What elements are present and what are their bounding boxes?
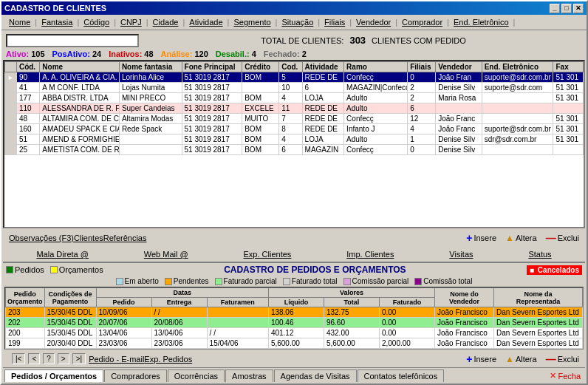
orders-altera-btn[interactable]: ▲ Altera bbox=[505, 354, 537, 364]
web-mail-link[interactable]: Web Mail @ bbox=[144, 250, 188, 259]
exclui-btn[interactable]: — Exclui bbox=[546, 232, 579, 244]
col-nome[interactable]: Nome bbox=[40, 62, 120, 72]
minimize-button[interactable]: _ bbox=[550, 4, 560, 13]
cell-fax bbox=[553, 145, 584, 155]
menu-comprador[interactable]: Comprador bbox=[397, 16, 447, 28]
customer-table: Cód. Nome Nome fantasia Fone Principal C… bbox=[4, 61, 584, 155]
o-col-d-faturamen[interactable]: Faturamen bbox=[207, 298, 268, 307]
menu-cnpj[interactable]: CNPJ bbox=[116, 16, 146, 28]
table-row[interactable]: 160 AMADEU SPACK E CIA LT Rede Spack 51 … bbox=[5, 124, 584, 134]
menu-nome[interactable]: Nome bbox=[4, 16, 35, 28]
nav-page[interactable]: ? bbox=[43, 353, 55, 364]
inativos-label: Inativos: bbox=[109, 50, 142, 58]
tab-amostras[interactable]: Amostras bbox=[225, 369, 273, 382]
table-row[interactable]: 48 ALTAMIRA COM. DE CONF Altamira Modas … bbox=[5, 114, 584, 124]
cell-vendedor: João Franc bbox=[436, 124, 482, 134]
col-filiais[interactable]: Filiais bbox=[408, 62, 436, 72]
menu-atividade[interactable]: Atividade bbox=[185, 16, 227, 28]
nav-next[interactable]: > bbox=[58, 353, 69, 364]
table-row[interactable]: 110 ALESSANDRA DE R. FERR Super Candeias… bbox=[5, 103, 584, 114]
fecha-btn[interactable]: ✕ Fecha bbox=[550, 371, 581, 381]
menu-situacao[interactable]: Situação bbox=[277, 16, 318, 28]
col-fone[interactable]: Fone Principal bbox=[182, 62, 242, 72]
stat-inativos: Inativos: 48 bbox=[109, 50, 153, 58]
col-vendedor[interactable]: Vendedor bbox=[436, 62, 482, 72]
nav-prev[interactable]: < bbox=[28, 353, 40, 364]
table-row[interactable]: ► 90 A. A. OLIVEIRA & CIA. S/A Lorinha A… bbox=[5, 72, 584, 83]
col-ramo[interactable]: Ramo bbox=[344, 62, 408, 72]
search-input[interactable] bbox=[6, 34, 139, 47]
com-total-label: Comissão total bbox=[423, 277, 472, 285]
cell-fax bbox=[553, 103, 584, 114]
altera-btn[interactable]: ▲ Altera bbox=[505, 233, 537, 243]
tab-pedidos-orcamentos[interactable]: Pedidos / Orçamentos bbox=[4, 369, 103, 382]
col-credito[interactable]: Crédito bbox=[242, 62, 279, 72]
col-fantasia[interactable]: Nome fantasia bbox=[119, 62, 182, 72]
menu-segmento[interactable]: Segmento bbox=[229, 16, 275, 28]
o-col-d-pedido[interactable]: Pedido bbox=[96, 298, 151, 307]
cell-atividade: MAGAZIN bbox=[302, 145, 344, 155]
exp-pedidos-link[interactable]: Exp. Pedidos bbox=[144, 355, 192, 364]
exp-clientes-link[interactable]: Exp. Clientes bbox=[244, 250, 292, 259]
table-row[interactable]: 51 AMEND & FORMIGHIERI LT 51 3019 2817 B… bbox=[5, 134, 584, 145]
tab-compradores[interactable]: Compradores bbox=[104, 369, 167, 382]
table-row[interactable]: 25 AMETISTA COM. DE ROUF 51 3019 2817 BO… bbox=[5, 145, 584, 155]
menu-codigo[interactable]: Código bbox=[79, 16, 114, 28]
o-col-vendedor[interactable]: Nome doVendedor bbox=[435, 288, 494, 307]
tab-contatos[interactable]: Contatos telefônicos bbox=[358, 369, 445, 382]
o-col-datas[interactable]: Datas bbox=[96, 288, 268, 298]
o-col-representada[interactable]: Nome daRepresentada bbox=[494, 288, 583, 307]
observacoes-link[interactable]: Observações (F3) bbox=[9, 234, 74, 242]
em-aberto-label: Em aberto bbox=[125, 277, 159, 285]
o-col-faturado[interactable]: Faturado bbox=[379, 298, 434, 307]
cancelled-icon: ■ bbox=[530, 266, 534, 274]
mala-direta-link[interactable]: Mala Direta @ bbox=[36, 250, 88, 259]
nav-last[interactable]: >| bbox=[72, 353, 86, 364]
o-cell-faturado: 0.00 bbox=[379, 307, 434, 318]
order-row[interactable]: 203 15/30/45 DDL 10/09/06 / / 138.06 132… bbox=[6, 307, 583, 318]
menu-bar: Nome | Fantasia | Código | CNPJ | Cidade… bbox=[1, 15, 587, 30]
tab-ocorrencias[interactable]: Ocorrências bbox=[168, 369, 225, 382]
o-col-pedido[interactable]: PedidoOrçamento bbox=[6, 288, 45, 307]
menu-fantasia[interactable]: Fantasia bbox=[37, 16, 77, 28]
o-col-liquido[interactable]: Líquido bbox=[268, 298, 324, 307]
tab-agendas[interactable]: Agendas de Visitas bbox=[274, 369, 357, 382]
table-row[interactable]: 41 A M CONF. LTDA Lojas Numita 51 3019 2… bbox=[5, 83, 584, 93]
table-row[interactable]: 177 ABBA DISTR. LTDA MINI PRECO 51 3019 … bbox=[5, 93, 584, 103]
cell-credito: BOM bbox=[242, 72, 279, 83]
stat-posativo: PosAtivo: 24 bbox=[52, 50, 102, 58]
col-cod2[interactable]: Cod. bbox=[279, 62, 302, 72]
status-link[interactable]: Status bbox=[528, 250, 551, 259]
menu-end-eletronico[interactable]: End. Eletrônico bbox=[449, 16, 513, 28]
referencias-link[interactable]: Referências bbox=[103, 234, 147, 242]
imp-clientes-link[interactable]: Imp. Clientes bbox=[346, 250, 394, 259]
close-x-icon: ✕ bbox=[550, 371, 556, 381]
legend-com-parcial: Comissão parcial bbox=[343, 277, 409, 285]
col-atividade[interactable]: Atividade bbox=[302, 62, 344, 72]
menu-filiais[interactable]: Filiais bbox=[320, 16, 349, 28]
row-indicator bbox=[5, 93, 17, 103]
o-col-cond[interactable]: Condições dePagamento bbox=[44, 288, 96, 307]
orders-insere-btn[interactable]: + Insere bbox=[466, 353, 496, 365]
order-row[interactable]: 200 15/30/45 DDL 13/04/06 13/04/06 / / 4… bbox=[6, 328, 583, 338]
order-row[interactable]: 199 20/30/40 DDL 23/03/06 23/03/06 15/04… bbox=[6, 338, 583, 349]
orders-exclui-btn[interactable]: — Exclui bbox=[546, 353, 579, 365]
col-cod[interactable]: Cód. bbox=[16, 62, 39, 72]
nav-first[interactable]: |< bbox=[12, 353, 25, 364]
menu-vendedor[interactable]: Vendedor bbox=[352, 16, 395, 28]
order-row[interactable]: 202 15/30/45 DDL 20/07/06 20/08/06 100.4… bbox=[6, 318, 583, 328]
insere-btn[interactable]: + Insere bbox=[466, 232, 496, 244]
pedido-email-link[interactable]: Pedido - E-mail bbox=[89, 355, 144, 364]
o-col-total[interactable]: Total bbox=[324, 298, 379, 307]
close-button[interactable]: ✕ bbox=[573, 4, 584, 13]
visitas-link[interactable]: Visitas bbox=[449, 250, 473, 259]
cell-fone: 51 3019 2817 bbox=[182, 124, 242, 134]
o-col-d-entrega[interactable]: Entrega bbox=[151, 298, 207, 307]
o-col-valores[interactable]: Valores bbox=[268, 288, 434, 298]
clientes-link[interactable]: Clientes bbox=[74, 234, 103, 242]
stat-analise: Análise: 120 bbox=[161, 50, 208, 58]
col-fax[interactable]: Fax bbox=[553, 62, 584, 72]
menu-cidade[interactable]: Cidade bbox=[148, 16, 183, 28]
col-email[interactable]: End. Eletrônico bbox=[482, 62, 553, 72]
maximize-button[interactable]: □ bbox=[561, 4, 572, 13]
